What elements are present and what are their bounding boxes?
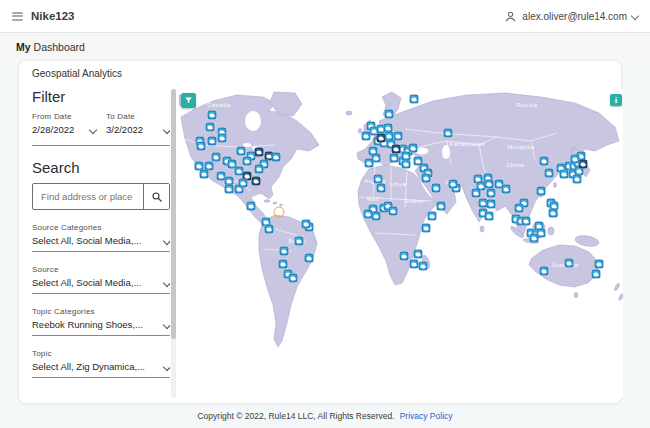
map-marker-twitter[interactable] <box>432 184 441 193</box>
twitter-bird-icon <box>561 172 567 177</box>
map-marker-twitter[interactable] <box>212 153 221 162</box>
source-categories-select[interactable]: Select All, Social Media,... <box>32 235 170 252</box>
to-date-select[interactable]: 3/2/2022 <box>106 124 170 135</box>
user-menu[interactable]: alex.oliver@rule14.com <box>504 10 638 23</box>
map-marker-twitter[interactable] <box>208 137 217 146</box>
map-marker-twitter[interactable] <box>414 250 423 259</box>
map-marker-twitter[interactable] <box>422 174 431 183</box>
map-marker-twitter[interactable] <box>208 111 217 120</box>
map-marker-twitter[interactable] <box>295 237 304 246</box>
map-marker-twitter[interactable] <box>419 262 428 271</box>
twitter-bird-icon <box>219 136 225 141</box>
map-marker-twitter[interactable] <box>239 179 248 188</box>
map-marker-twitter[interactable] <box>362 132 371 141</box>
from-date-select[interactable]: 2/28/2022 <box>32 124 96 135</box>
map-marker-twitter[interactable] <box>374 175 383 184</box>
twitter-bird-icon <box>516 206 522 211</box>
map-marker-twitter[interactable] <box>437 202 446 211</box>
map-marker-twitter[interactable] <box>410 95 419 104</box>
map-marker-twitter[interactable] <box>422 224 431 233</box>
map-marker-twitter[interactable] <box>247 202 256 211</box>
map-filter-button[interactable] <box>181 93 196 108</box>
map-marker-twitter[interactable] <box>402 152 411 161</box>
map-marker-twitter[interactable] <box>545 169 554 178</box>
map-marker-twitter[interactable] <box>255 148 264 157</box>
twitter-bird-icon <box>576 169 582 174</box>
map-marker-twitter[interactable] <box>394 132 403 141</box>
copyright-text: Copyright © 2022, Rule14 LLC, All Rights… <box>197 411 394 421</box>
map-marker-twitter[interactable] <box>302 220 311 229</box>
map-marker-twitter[interactable] <box>472 189 481 198</box>
map-marker-twitter[interactable] <box>537 187 546 196</box>
map-marker-twitter[interactable] <box>377 134 386 143</box>
map-marker-twitter[interactable] <box>410 260 419 269</box>
map-marker-twitter[interactable] <box>449 180 458 189</box>
map-marker-twitter[interactable] <box>485 180 494 189</box>
map-marker-twitter[interactable] <box>206 123 215 132</box>
map-marker-twitter[interactable] <box>400 252 409 261</box>
map-marker-twitter[interactable] <box>225 185 234 194</box>
map-marker-twitter[interactable] <box>592 270 601 279</box>
topic-select[interactable]: Select All, Zig Dynamica,... <box>32 361 170 378</box>
map-marker-twitter[interactable] <box>243 157 252 166</box>
map-marker-twitter[interactable] <box>515 204 524 213</box>
map-marker-twitter[interactable] <box>255 165 264 174</box>
map-marker-twitter[interactable] <box>485 212 494 221</box>
search-input[interactable] <box>33 184 143 209</box>
twitter-bird-icon <box>423 176 429 181</box>
twitter-bird-icon <box>266 227 272 232</box>
map-marker-twitter[interactable] <box>305 254 314 263</box>
scrollbar-thumb[interactable] <box>171 89 176 339</box>
from-date-label: From Date <box>32 112 96 121</box>
map-marker-twitter[interactable] <box>573 175 582 184</box>
map-marker-twitter[interactable] <box>428 212 437 221</box>
map-marker-twitter[interactable] <box>390 154 399 163</box>
map-marker-twitter[interactable] <box>522 217 531 226</box>
map-marker-twitter[interactable] <box>218 134 227 143</box>
map-marker-twitter[interactable] <box>595 260 604 269</box>
topic-categories-value: Reebok Running Shoes,... <box>32 319 143 330</box>
map-marker-twitter[interactable] <box>252 177 261 186</box>
map-marker-twitter[interactable] <box>571 155 580 164</box>
map-marker-twitter[interactable] <box>372 212 381 221</box>
map-marker-twitter[interactable] <box>502 185 511 194</box>
map-marker-twitter[interactable] <box>265 225 274 234</box>
map-marker-twitter[interactable] <box>540 157 549 166</box>
twitter-bird-icon <box>375 177 381 182</box>
map-marker-twitter[interactable] <box>200 170 209 179</box>
map-marker-twitter[interactable] <box>530 234 539 243</box>
map-marker-twitter[interactable] <box>402 160 411 169</box>
map-marker-twitter[interactable] <box>279 260 288 269</box>
map-marker-twitter[interactable] <box>414 157 423 166</box>
map-marker-twitter[interactable] <box>487 200 496 209</box>
privacy-policy-link[interactable]: Privacy Policy <box>400 411 453 421</box>
map-marker-twitter[interactable] <box>389 207 398 216</box>
map-marker-twitter[interactable] <box>444 129 453 138</box>
map-marker-twitter[interactable] <box>392 145 401 154</box>
search-button[interactable] <box>143 184 169 209</box>
map-marker-twitter[interactable] <box>487 189 496 198</box>
map-info-button[interactable]: i <box>610 94 622 106</box>
twitter-bird-icon <box>393 147 399 152</box>
map-marker-twitter[interactable] <box>237 147 246 156</box>
twitter-bird-icon <box>523 219 529 224</box>
map-marker-twitter[interactable] <box>197 142 206 151</box>
world-map[interactable]: CanadaRussiaKazakhstanMongoliaChinaIranA… <box>179 89 623 398</box>
map-marker-twitter[interactable] <box>289 274 298 283</box>
map-marker-twitter[interactable] <box>365 159 374 168</box>
map-marker-twitter[interactable] <box>377 184 386 193</box>
map-marker-twitter[interactable] <box>272 153 281 162</box>
map-marker-twitter[interactable] <box>560 170 569 179</box>
map-marker-twitter[interactable] <box>280 247 289 256</box>
map-marker-twitter[interactable] <box>549 209 558 218</box>
map-marker-twitter[interactable] <box>385 110 394 119</box>
map-marker-twitter[interactable] <box>579 160 588 169</box>
twitter-bird-icon <box>386 134 392 139</box>
map-marker-twitter[interactable] <box>409 144 418 153</box>
map-marker-twitter[interactable] <box>565 259 574 268</box>
brand-name: Nike123 <box>31 10 74 22</box>
hamburger-menu-icon[interactable] <box>12 12 23 21</box>
source-select[interactable]: Select All, Social Media,... <box>32 277 170 294</box>
map-marker-twitter[interactable] <box>540 267 549 276</box>
topic-categories-select[interactable]: Reebok Running Shoes,... <box>32 319 170 336</box>
